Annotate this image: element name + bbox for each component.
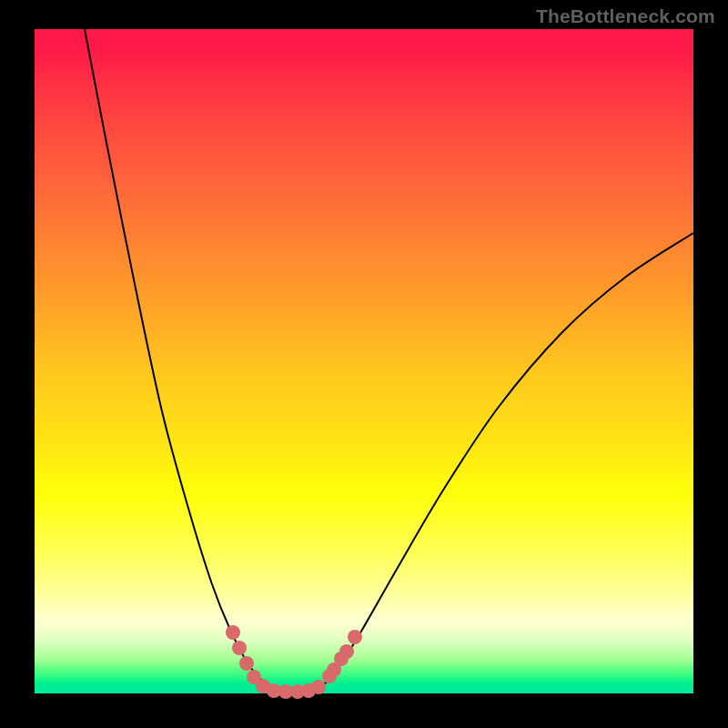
highlight-dot: [348, 630, 362, 644]
highlight-dot: [311, 680, 326, 694]
plot-area: [35, 29, 693, 693]
highlight-dot: [339, 644, 354, 659]
highlight-dots: [226, 625, 362, 699]
highlight-dot: [232, 641, 247, 655]
watermark: TheBottleneck.com: [536, 5, 715, 27]
highlight-dot: [226, 625, 240, 640]
chart-frame: TheBottleneck.com: [0, 0, 728, 728]
bottleneck-curve: [84, 25, 693, 693]
highlight-dot: [239, 656, 254, 671]
chart-svg: [35, 29, 693, 693]
